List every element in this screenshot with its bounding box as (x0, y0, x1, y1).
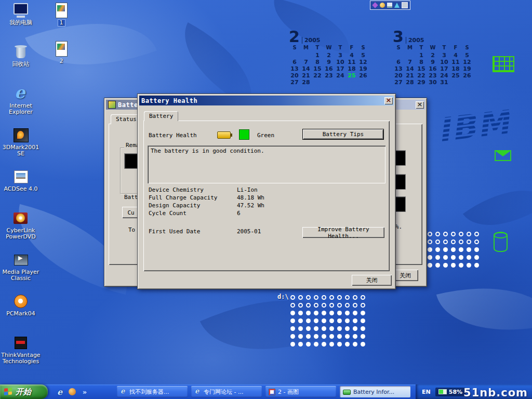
taskbar-task-button[interactable]: 2 - 画图 (265, 386, 336, 397)
task-icon (343, 390, 351, 395)
desktop-icon[interactable]: ACDSee 4.0 (1, 168, 41, 206)
decor-dot (306, 342, 311, 347)
dialog-titlebar[interactable]: Battery Health (139, 96, 394, 105)
desktop-icon-image (12, 127, 30, 143)
task-icon (194, 389, 201, 395)
calendar-day: 17 (438, 65, 450, 72)
desktop-file-icon[interactable]: 1 (46, 2, 77, 35)
tab-battery[interactable]: Battery (144, 111, 178, 121)
calendar-day: 24 (335, 72, 346, 79)
decor-dot (290, 334, 295, 339)
calendar-day: 6 (289, 59, 300, 65)
desktop-icon[interactable]: 回收站 (1, 44, 41, 81)
decor-dot (337, 311, 342, 315)
calendar-header: 2 2005 (289, 29, 372, 45)
decor-dot (298, 303, 303, 308)
calendar-day: 10 (335, 59, 346, 65)
decor-dot (361, 295, 365, 300)
internet-explorer-icon[interactable] (55, 387, 64, 396)
calendar-day: 22 (312, 72, 323, 79)
decor-dot (322, 311, 326, 315)
weekday-header: T (438, 45, 450, 52)
decor-dot (435, 255, 440, 260)
decor-dot (459, 263, 463, 268)
info-row: Cycle Count 6 (149, 210, 264, 218)
decor-dot (290, 295, 295, 300)
info-value: Li-Ion (237, 187, 258, 194)
calendar-day: 18 (346, 65, 357, 72)
media-player-icon[interactable] (68, 387, 77, 396)
decor-dot (322, 303, 326, 308)
calendar-day: 16 (323, 65, 335, 72)
decor-dot (459, 232, 463, 236)
toolbar-icon-5[interactable] (402, 2, 408, 8)
tray-battery-indicator[interactable]: 58% (435, 388, 466, 396)
decor-dot (361, 318, 365, 323)
decor-dot (298, 342, 303, 347)
decor-dot (345, 311, 350, 315)
calendar-march-2005: 3 2005 SMTWTFS 1234567891011121314151617… (393, 29, 476, 86)
taskbar-task-button[interactable]: Battery Infor... (340, 386, 410, 397)
toolbar-icon-2[interactable] (380, 3, 385, 8)
desktop-file-column: 1 2 (46, 2, 77, 74)
weekday-header: S (289, 45, 300, 52)
calendar-weekday-headers: SMTWTFS (289, 45, 372, 52)
decor-dot (314, 318, 318, 323)
health-status-text: Green (257, 132, 274, 139)
decor-dot (451, 232, 456, 236)
media-player-glyph (69, 388, 76, 395)
decor-dot (428, 263, 432, 268)
desktop-icon[interactable]: ThinkVantage Technologies (1, 335, 41, 372)
close-icon[interactable] (416, 101, 424, 109)
desktop-icon[interactable]: CyberLink PowerDVD (1, 210, 41, 247)
calendar-day: 1 (416, 52, 427, 59)
calendar-day: 8 (416, 59, 427, 65)
dot-grid-bottom (289, 294, 367, 348)
decor-dot (435, 263, 440, 268)
desktop-icon[interactable]: 我的电脑 (1, 2, 41, 39)
battery-tips-button[interactable]: Battery Tips (302, 129, 384, 140)
task-icon (120, 389, 127, 395)
desktop-icon-column: 我的电脑 回收站 Internet Explorer 3DMark2001 SE… (1, 2, 41, 372)
decor-dot (329, 303, 334, 308)
quick-launch-overflow-chevron[interactable] (80, 387, 89, 396)
decor-dot (353, 311, 357, 315)
desktop-icon-image (12, 335, 30, 351)
decor-dot (314, 334, 318, 339)
decor-dot (353, 326, 357, 331)
decor-dot (345, 326, 350, 331)
desktop-icon[interactable]: Internet Explorer (1, 85, 41, 123)
start-button[interactable]: 开始 (0, 384, 48, 399)
close-icon[interactable] (384, 97, 393, 104)
battery-icon (438, 389, 447, 394)
desktop-file-icon[interactable]: 2 (46, 41, 77, 74)
toolbar-icon-4[interactable] (394, 3, 400, 8)
desktop-icon[interactable]: PCMark04 (1, 293, 41, 330)
taskbar-task-button[interactable]: 专门网论坛 - ... (191, 386, 262, 397)
info-label: Design Capacity (149, 202, 237, 210)
toolbar-icon-1[interactable] (372, 2, 378, 8)
decor-dot (474, 255, 479, 260)
language-indicator[interactable]: EN (422, 389, 431, 395)
taskbar-task-button[interactable]: 找不到服务器... (117, 386, 188, 397)
decor-dot (443, 240, 448, 244)
desktop-icon-label: 3DMark2001 SE (1, 144, 41, 157)
dialog-close-button[interactable]: 关闭 (352, 275, 392, 286)
info-row: Full Charge Capacity 48.18 Wh (149, 194, 264, 202)
desktop-icon-image (12, 44, 30, 60)
decor-dot (353, 303, 357, 308)
weekday-header: F (346, 45, 357, 52)
decor-dot (443, 263, 448, 268)
desktop-icon[interactable]: Media Player Classic (1, 251, 41, 289)
desktop-icon[interactable]: 3DMark2001 SE (1, 127, 41, 164)
info-close-button[interactable]: 关闭 (392, 270, 418, 281)
calendar-day: 27 (393, 79, 404, 86)
calendar-day: 15 (312, 65, 323, 72)
decor-dot (290, 342, 295, 347)
improve-battery-health-button[interactable]: Improve Battery Health... (302, 227, 384, 238)
calendar-day: 3 (438, 52, 450, 59)
toolbar-icon-3[interactable] (387, 3, 392, 8)
decor-dot (314, 326, 318, 331)
calendar-day: 12 (461, 59, 473, 65)
desktop-icon-label: Internet Explorer (1, 103, 41, 115)
